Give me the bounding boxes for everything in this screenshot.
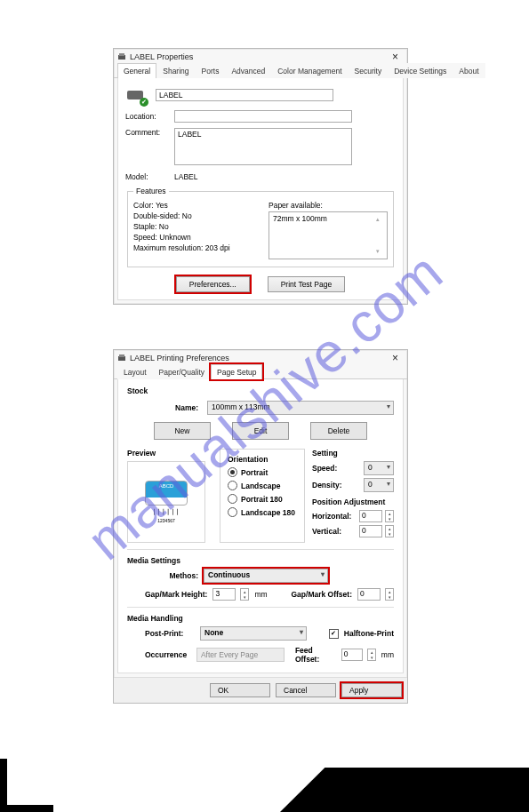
preview-label: Preview: [127, 449, 212, 458]
tab-advanced[interactable]: Advanced: [225, 63, 271, 78]
close-icon[interactable]: ×: [389, 51, 402, 63]
post-print-select[interactable]: None: [200, 626, 307, 641]
feed-offset-unit: mm: [381, 650, 394, 659]
feature-max-resolution: Maximum resolution: 203 dpi: [133, 243, 252, 252]
features-legend: Features: [133, 187, 169, 195]
apply-button[interactable]: Apply: [341, 683, 402, 697]
post-print-label: Post-Print:: [145, 629, 195, 638]
feed-offset-spinner[interactable]: ▴▾: [367, 649, 375, 661]
tab-device-settings[interactable]: Device Settings: [388, 63, 453, 78]
feed-offset-label: Feed Offset:: [295, 646, 336, 664]
tab-page-setup[interactable]: Page Setup: [211, 364, 262, 379]
paper-available-label: Paper available:: [269, 201, 388, 210]
feed-offset-field[interactable]: 0: [341, 649, 364, 661]
setting-label: Setting: [312, 449, 394, 458]
tab-general[interactable]: General: [117, 63, 156, 78]
method-label: Methos:: [154, 571, 198, 580]
features-left-col: Color: Yes Double-sided: No Staple: No S…: [133, 199, 252, 261]
feature-double-sided: Double-sided: No: [133, 211, 252, 220]
delete-button[interactable]: Delete: [310, 422, 367, 440]
orientation-label: Orientation: [228, 455, 297, 464]
title-bar-2: LABEL Printing Preferences ×: [114, 350, 407, 364]
tabs-row: General Sharing Ports Advanced Color Man…: [114, 63, 407, 78]
radio-portrait[interactable]: Portrait: [228, 467, 297, 477]
tab-security[interactable]: Security: [349, 63, 389, 78]
horizontal-label: Horizontal:: [312, 512, 356, 521]
ok-button[interactable]: OK: [210, 683, 270, 697]
media-handling-label: Media Handling: [127, 614, 394, 623]
density-label: Density:: [312, 481, 360, 490]
vertical-field[interactable]: 0: [359, 525, 382, 537]
svg-rect-1: [119, 53, 124, 56]
gap-height-spinner[interactable]: ▴▾: [240, 588, 249, 601]
stock-label: Stock: [127, 386, 394, 395]
location-label: Location:: [125, 112, 174, 121]
comment-field[interactable]: LABEL: [174, 128, 352, 165]
cancel-button[interactable]: Cancel: [276, 683, 336, 697]
model-value: LABEL: [174, 172, 197, 181]
stock-name-label: Name:: [154, 403, 198, 412]
halftone-label: Halftone-Print: [344, 629, 394, 638]
vertical-label: Vertical:: [312, 527, 356, 536]
footer-wedge: [280, 768, 529, 812]
footer-buttons: OK Cancel Apply: [114, 677, 407, 703]
print-test-page-button[interactable]: Print Test Page: [268, 276, 346, 292]
tab-color-management[interactable]: Color Management: [271, 63, 348, 78]
app-icon: [117, 52, 126, 61]
gap-offset-label: Gap/Mark Offset:: [292, 590, 353, 599]
title-bar: LABEL Properties ×: [114, 49, 407, 63]
media-settings-label: Media Settings: [127, 556, 394, 565]
printing-preferences-dialog: LABEL Printing Preferences × Layout Pape…: [113, 349, 408, 704]
app-icon-2: [117, 354, 126, 362]
gap-height-label: Gap/Mark Height:: [145, 590, 207, 599]
feature-speed: Speed: Unknown: [133, 233, 252, 242]
preferences-button[interactable]: Preferences...: [176, 276, 250, 292]
location-field[interactable]: [174, 110, 352, 123]
page-corner-mark-h: [0, 805, 53, 812]
tab-about[interactable]: About: [453, 63, 485, 78]
vertical-spinner[interactable]: ▴▾: [385, 525, 394, 537]
radio-landscape[interactable]: Landscape: [228, 481, 297, 490]
tab-sharing[interactable]: Sharing: [156, 63, 195, 78]
features-group: Features Color: Yes Double-sided: No Sta…: [127, 187, 394, 267]
gap-offset-field[interactable]: 0: [357, 588, 381, 601]
tab-layout[interactable]: Layout: [117, 364, 153, 379]
new-button[interactable]: New: [154, 422, 211, 440]
label-properties-dialog: LABEL Properties × General Sharing Ports…: [113, 48, 408, 305]
close-icon-2[interactable]: ×: [389, 352, 402, 364]
gap-height-field[interactable]: 3: [212, 588, 236, 601]
speed-select[interactable]: 0: [364, 461, 394, 475]
radio-portrait-180[interactable]: Portrait 180: [228, 494, 297, 504]
density-select[interactable]: 0: [364, 478, 394, 492]
comment-label: Comment:: [125, 128, 174, 137]
page-setup-body: Stock Name: 100mm x 113mm New Edit Delet…: [117, 379, 404, 673]
speed-label: Speed:: [312, 464, 360, 473]
radio-landscape-180[interactable]: Landscape 180: [228, 507, 297, 517]
preview-label-shape: ABCD: [145, 481, 188, 506]
svg-rect-3: [119, 354, 124, 357]
model-label: Model:: [125, 172, 174, 181]
dialog-title-2: LABEL Printing Preferences: [130, 354, 229, 362]
horizontal-field[interactable]: 0: [359, 510, 382, 522]
printer-icon: [125, 85, 147, 105]
general-tab-body: LABEL Location: Comment: LABEL Model: LA…: [117, 78, 404, 300]
dialog-title: LABEL Properties: [130, 52, 193, 61]
occurrence-field: After Every Page: [196, 648, 285, 662]
preview-barcode-text: 1234567: [157, 518, 174, 523]
preview-barcode-icon: ||||||: [152, 508, 180, 515]
tab-ports[interactable]: Ports: [196, 63, 226, 78]
preview-box: ABCD |||||| 1234567: [127, 461, 205, 543]
paper-item: 72mm x 100mm: [273, 214, 327, 223]
method-select[interactable]: Continuous: [204, 569, 328, 583]
edit-button[interactable]: Edit: [232, 422, 289, 440]
page-corner-mark: [0, 759, 7, 812]
horizontal-spinner[interactable]: ▴▾: [385, 510, 394, 522]
halftone-checkbox[interactable]: [329, 629, 339, 639]
gap-offset-spinner[interactable]: ▴▾: [385, 588, 394, 601]
printer-name-field[interactable]: LABEL: [156, 89, 333, 101]
feature-color: Color: Yes: [133, 201, 252, 210]
tab-paper-quality[interactable]: Paper/Quality: [153, 364, 212, 379]
stock-name-select[interactable]: 100mm x 113mm: [207, 401, 394, 415]
paper-available-list[interactable]: 72mm x 100mm ▴▾: [269, 211, 388, 259]
feature-staple: Staple: No: [133, 222, 252, 231]
